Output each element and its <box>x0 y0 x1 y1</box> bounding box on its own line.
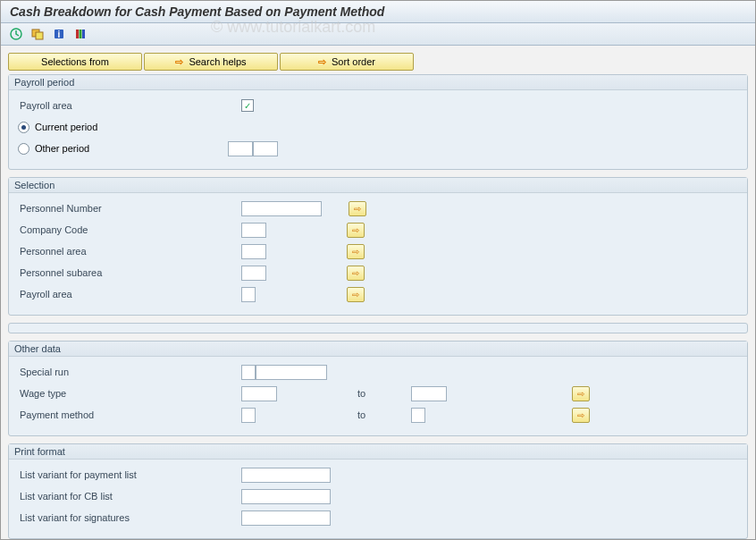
svg-rect-7 <box>82 30 85 38</box>
payment-method-to-input[interactable] <box>411 408 425 423</box>
info-icon[interactable]: i <box>51 26 67 42</box>
button-label: Search helps <box>189 56 246 67</box>
multiple-selection-button[interactable]: ⇨ <box>347 244 365 259</box>
multiple-selection-button[interactable]: ⇨ <box>572 408 590 423</box>
current-period-label: Current period <box>35 122 97 132</box>
svg-rect-5 <box>76 30 79 38</box>
other-period-label: Other period <box>35 143 228 154</box>
svg-rect-6 <box>80 30 82 38</box>
selection-group: Selection Personnel Number ⇨ Company Cod… <box>8 177 748 316</box>
payment-method-from-input[interactable] <box>241 408 256 423</box>
payroll-area-sel-input[interactable] <box>241 287 256 302</box>
page-title: Cash Breakdown for Cash Payment Based on… <box>1 1 755 23</box>
personnel-area-label: Personnel area <box>18 246 241 257</box>
execute-icon[interactable] <box>8 26 24 42</box>
svg-rect-2 <box>36 32 43 39</box>
special-run-input-1[interactable] <box>241 365 256 380</box>
other-data-group: Other data Special run Wage type to ⇨ Pa… <box>8 341 748 436</box>
group-title: Print format <box>9 444 747 460</box>
other-period-radio[interactable] <box>18 143 29 155</box>
special-run-input-2[interactable] <box>256 365 327 380</box>
personnel-number-input[interactable] <box>241 201 322 216</box>
current-period-radio[interactable] <box>18 122 29 133</box>
app-toolbar: i © www.tutorialkart.com <box>1 23 755 46</box>
personnel-subarea-label: Personnel subarea <box>18 267 241 278</box>
print-format-group: Print format List variant for payment li… <box>8 443 748 539</box>
payroll-area-sel-label: Payroll area <box>18 289 241 300</box>
personnel-number-label: Personnel Number <box>18 203 241 214</box>
list-variant-payment-label: List variant for payment list <box>18 469 241 480</box>
button-label: Selections from <box>41 56 109 67</box>
multiple-selection-button[interactable]: ⇨ <box>349 201 366 216</box>
to-label: to <box>357 409 411 420</box>
list-variant-sign-input[interactable] <box>241 510 331 526</box>
list-variant-payment-input[interactable] <box>241 468 331 483</box>
payroll-period-group: Payroll period Payroll area ✓ Current pe… <box>8 74 748 170</box>
other-period-input-1[interactable] <box>228 141 253 156</box>
list-variant-cb-input[interactable] <box>241 489 331 504</box>
multiple-selection-button[interactable]: ⇨ <box>347 287 365 302</box>
wage-type-from-input[interactable] <box>241 386 277 401</box>
multiple-selection-button[interactable]: ⇨ <box>347 266 365 281</box>
personnel-area-input[interactable] <box>241 244 266 259</box>
group-title: Other data <box>9 342 747 357</box>
other-period-input-2[interactable] <box>253 141 278 156</box>
list-variant-cb-label: List variant for CB list <box>18 491 241 502</box>
personnel-subarea-input[interactable] <box>241 266 266 281</box>
company-code-input[interactable] <box>241 223 266 238</box>
action-button-row: Selections from ⇨ Search helps ⇨ Sort or… <box>1 46 755 74</box>
to-label: to <box>357 388 411 399</box>
group-title: Payroll period <box>9 75 747 90</box>
color-legend-icon[interactable] <box>72 26 88 42</box>
arrow-right-icon: ⇨ <box>318 56 326 68</box>
payroll-area-label: Payroll area <box>18 100 241 111</box>
company-code-label: Company Code <box>18 224 241 235</box>
wage-type-to-input[interactable] <box>411 386 447 401</box>
multiple-selection-button[interactable]: ⇨ <box>572 386 590 401</box>
special-run-label: Special run <box>18 367 241 377</box>
arrow-right-icon: ⇨ <box>175 56 183 68</box>
search-helps-button[interactable]: ⇨ Search helps <box>144 53 278 71</box>
spacer <box>8 323 748 333</box>
button-label: Sort order <box>332 56 375 67</box>
sort-order-button[interactable]: ⇨ Sort order <box>280 53 414 71</box>
wage-type-label: Wage type <box>18 388 241 399</box>
variant-icon[interactable] <box>29 26 46 42</box>
payment-method-label: Payment method <box>18 409 241 420</box>
payroll-area-checkbox[interactable]: ✓ <box>241 99 254 112</box>
selections-from-button[interactable]: Selections from <box>8 53 142 71</box>
svg-text:i: i <box>58 30 61 39</box>
content-area: Payroll period Payroll area ✓ Current pe… <box>1 74 755 540</box>
group-title: Selection <box>9 178 747 193</box>
list-variant-sign-label: List variant for signatures <box>18 512 241 523</box>
multiple-selection-button[interactable]: ⇨ <box>347 223 365 238</box>
